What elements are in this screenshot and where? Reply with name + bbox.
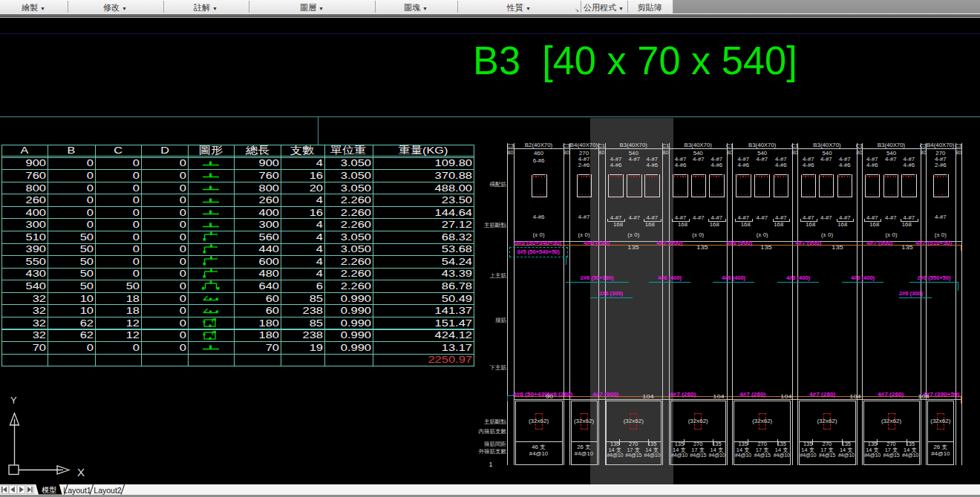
svg-text:Y: Y	[10, 395, 17, 406]
svg-text:X: X	[77, 466, 85, 478]
